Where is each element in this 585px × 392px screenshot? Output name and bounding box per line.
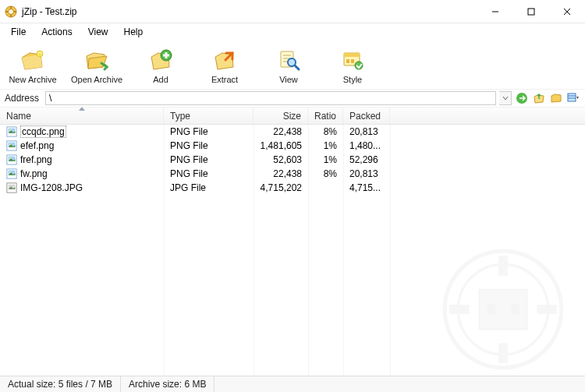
style-button[interactable]: Style: [324, 44, 381, 89]
close-button[interactable]: [549, 0, 585, 23]
svg-rect-2: [10, 6, 12, 9]
folder-button[interactable]: [549, 91, 563, 105]
new-archive-label: New Archive: [9, 75, 56, 84]
svg-rect-3: [10, 15, 12, 17]
svg-line-19: [295, 65, 299, 69]
app-icon: [5, 5, 17, 18]
svg-rect-5: [14, 11, 16, 12]
go-button[interactable]: [515, 91, 529, 105]
menu-file[interactable]: File: [5, 25, 32, 39]
open-archive-button[interactable]: Open Archive: [69, 44, 125, 89]
view-button[interactable]: View: [261, 44, 317, 89]
address-bar: Address: [0, 89, 585, 108]
titlebar: jZip - Test.zip: [0, 0, 585, 23]
svg-rect-21: [344, 53, 360, 57]
cell-ratio: 1%: [308, 140, 343, 151]
cell-packed: 20,813: [343, 168, 390, 179]
svg-rect-32: [499, 256, 507, 275]
table-row[interactable]: ccqdc.pngPNG File22,4388%20,813: [0, 125, 585, 139]
minimize-button[interactable]: [477, 0, 513, 23]
window-title: jZip - Test.zip: [22, 6, 477, 17]
folder-up-icon: [533, 92, 545, 104]
column-type-header[interactable]: Type: [164, 108, 254, 124]
add-label: Add: [153, 75, 168, 84]
vault-watermark-icon: [437, 243, 569, 376]
view-icon: [276, 48, 301, 73]
cell-size: 1,481,605: [254, 140, 308, 151]
cell-type: PNG File: [164, 168, 254, 179]
svg-rect-33: [499, 344, 507, 362]
views-dropdown-button[interactable]: [566, 91, 580, 105]
column-size-header[interactable]: Size: [254, 108, 308, 124]
file-name: ccqdc.png: [20, 125, 66, 138]
cell-name: ccqdc.png: [0, 125, 164, 138]
add-button[interactable]: Add: [133, 44, 189, 89]
maximize-button[interactable]: [513, 0, 549, 23]
menu-actions[interactable]: Actions: [35, 25, 78, 39]
cell-size: 22,438: [254, 168, 308, 179]
svg-rect-26: [568, 94, 576, 101]
cell-name: IMG-1208.JPG: [0, 182, 164, 193]
cell-packed: 4,715...: [343, 182, 390, 193]
svg-rect-23: [351, 59, 354, 63]
cell-name: fw.png: [0, 168, 164, 179]
svg-rect-22: [346, 59, 349, 63]
status-bar: Actual size: 5 files / 7 MB Archive size…: [0, 376, 585, 392]
address-label: Address: [5, 93, 39, 104]
address-dropdown-button[interactable]: [499, 91, 512, 105]
svg-point-1: [9, 9, 14, 14]
extract-icon: [212, 48, 237, 73]
svg-rect-37: [511, 304, 519, 315]
menu-view[interactable]: View: [82, 25, 115, 39]
file-name: fw.png: [20, 168, 48, 179]
file-name: IMG-1208.JPG: [20, 182, 83, 193]
rows-container: ccqdc.pngPNG File22,4388%20,813efef.pngP…: [0, 125, 585, 376]
cell-type: PNG File: [164, 154, 254, 165]
extract-button[interactable]: Extract: [197, 44, 253, 89]
status-actual-size: Actual size: 5 files / 7 MB: [0, 376, 121, 392]
file-name: efef.png: [20, 140, 54, 151]
open-archive-icon: [84, 48, 109, 73]
cell-size: 22,438: [254, 126, 308, 137]
file-list: Name Type Size Ratio Packed: [0, 108, 585, 376]
open-archive-label: Open Archive: [71, 75, 122, 84]
cell-ratio: 8%: [308, 126, 343, 137]
cell-name: fref.png: [0, 154, 164, 165]
table-row[interactable]: fref.pngPNG File52,6031%52,296: [0, 153, 585, 167]
cell-packed: 20,813: [343, 126, 390, 137]
sort-asc-icon: [79, 108, 85, 111]
column-name-label: Name: [6, 111, 31, 122]
cell-ratio: 1%: [308, 154, 343, 165]
cell-ratio: 8%: [308, 168, 343, 179]
go-arrow-icon: [516, 92, 528, 104]
cell-size: 52,603: [254, 154, 308, 165]
table-row[interactable]: fw.pngPNG File22,4388%20,813: [0, 167, 585, 181]
cell-packed: 52,296: [343, 154, 390, 165]
menubar: File Actions View Help: [0, 23, 585, 41]
column-ratio-header[interactable]: Ratio: [308, 108, 343, 124]
svg-rect-7: [528, 9, 534, 15]
table-row[interactable]: efef.pngPNG File1,481,6051%1,480...: [0, 139, 585, 153]
column-packed-header[interactable]: Packed: [343, 108, 390, 124]
extract-label: Extract: [211, 75, 238, 84]
add-icon: [148, 48, 173, 73]
chevron-down-icon: [502, 95, 509, 101]
address-input[interactable]: [45, 91, 496, 105]
menu-help[interactable]: Help: [118, 25, 150, 39]
new-archive-button[interactable]: New Archive: [5, 44, 61, 89]
file-name: fref.png: [20, 154, 52, 165]
style-icon: [340, 48, 365, 73]
cell-type: JPG File: [164, 182, 254, 193]
views-icon: [567, 92, 580, 104]
toolbar: New Archive Open Archive Add: [0, 41, 585, 89]
svg-rect-31: [479, 290, 526, 330]
cell-packed: 1,480...: [343, 140, 390, 151]
svg-rect-4: [5, 11, 8, 12]
table-row[interactable]: IMG-1208.JPGJPG File4,715,2024,715...: [0, 181, 585, 195]
column-name-header[interactable]: Name: [0, 108, 164, 124]
svg-rect-34: [450, 305, 469, 313]
svg-rect-13: [163, 55, 169, 57]
folder-icon: [550, 92, 562, 104]
style-label: Style: [343, 75, 362, 84]
up-button[interactable]: [532, 91, 546, 105]
